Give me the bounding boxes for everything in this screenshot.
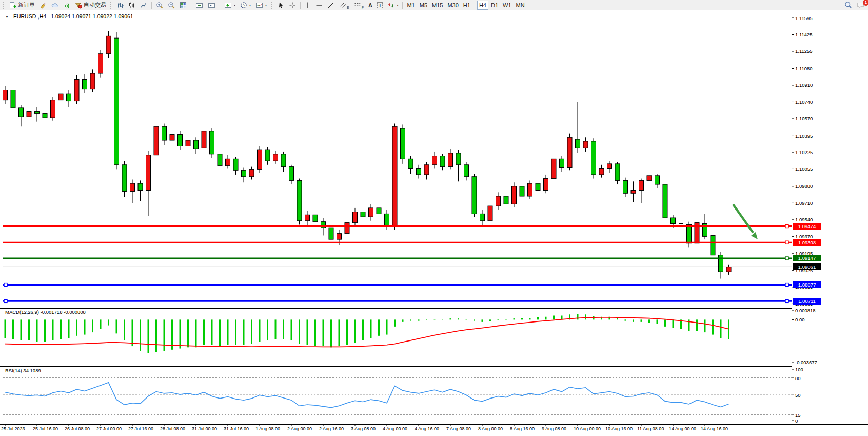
line-anchor[interactable] bbox=[785, 299, 788, 302]
templates-button[interactable]: ▾ bbox=[253, 1, 269, 10]
cursor-button[interactable] bbox=[275, 1, 286, 10]
chart-shift-icon bbox=[208, 2, 215, 9]
toolbar-separator bbox=[191, 2, 191, 9]
fibonacci-button[interactable]: F bbox=[352, 1, 366, 10]
toolbar-grip[interactable] bbox=[271, 2, 273, 9]
line-anchor[interactable] bbox=[785, 257, 788, 260]
text-button[interactable]: A bbox=[366, 1, 374, 10]
macd-signal-line bbox=[5, 317, 729, 347]
candle bbox=[74, 79, 79, 101]
candle bbox=[544, 179, 548, 191]
cloud-button[interactable] bbox=[49, 1, 61, 10]
toolbar-grip[interactable] bbox=[110, 2, 112, 9]
channel-sub-label: E bbox=[347, 6, 349, 9]
line-anchor[interactable] bbox=[785, 224, 788, 228]
candle bbox=[202, 131, 206, 148]
candle bbox=[98, 54, 103, 73]
trendline-button[interactable] bbox=[325, 1, 337, 10]
candle bbox=[281, 154, 286, 167]
periods-button[interactable]: ▾ bbox=[238, 1, 253, 10]
candle bbox=[194, 140, 199, 149]
timeframe-button-D1[interactable]: D1 bbox=[489, 1, 500, 10]
candle bbox=[496, 196, 501, 206]
signals-button[interactable] bbox=[61, 1, 72, 10]
candle bbox=[19, 108, 24, 117]
chart-window: ▼ EURUSD-,H4 1.09024 1.09071 1.09022 1.0… bbox=[0, 0, 868, 436]
arrows-button[interactable]: ▾ bbox=[385, 1, 400, 10]
chart-canvas[interactable] bbox=[0, 0, 868, 436]
timeframe-button-H4[interactable]: H4 bbox=[477, 1, 488, 10]
timeframe-button-M1[interactable]: M1 bbox=[405, 1, 417, 10]
timeframe-button-W1[interactable]: W1 bbox=[501, 1, 514, 10]
candle bbox=[480, 214, 485, 220]
toolbar-grip[interactable] bbox=[3, 2, 5, 9]
candlestick-chart-button[interactable] bbox=[126, 1, 137, 10]
candle bbox=[726, 267, 731, 272]
line-anchor[interactable] bbox=[785, 283, 788, 287]
timeframe-button-M15[interactable]: M15 bbox=[430, 1, 445, 10]
new-order-icon bbox=[9, 2, 16, 9]
new-order-button[interactable]: 新订单 bbox=[7, 1, 37, 10]
equidistant-channel-button[interactable]: E bbox=[337, 1, 351, 10]
chart-menu-icon[interactable]: ▼ bbox=[5, 15, 9, 18]
timeframe-button-MN[interactable]: MN bbox=[514, 1, 527, 10]
annotation-arrow[interactable] bbox=[733, 204, 758, 239]
zoom-in-button[interactable] bbox=[154, 1, 165, 10]
candle bbox=[226, 159, 230, 165]
clock-icon bbox=[240, 2, 247, 9]
chart-symbol-period: EURUSD-,H4 bbox=[13, 13, 46, 20]
candle bbox=[297, 180, 302, 220]
candle bbox=[583, 141, 588, 148]
crosshair-icon bbox=[289, 2, 296, 9]
candle bbox=[345, 223, 349, 234]
timeframe-button-H1[interactable]: H1 bbox=[461, 1, 472, 10]
candle bbox=[528, 183, 532, 196]
timeframe-button-M30[interactable]: M30 bbox=[445, 1, 460, 10]
chat-button[interactable]: 1 bbox=[855, 1, 866, 10]
line-chart-icon bbox=[140, 2, 147, 9]
new-order-label: 新订单 bbox=[18, 1, 35, 9]
toolbar-separator bbox=[402, 2, 403, 9]
line-anchor[interactable] bbox=[4, 299, 7, 302]
line-anchor[interactable] bbox=[785, 241, 788, 244]
chart-shift-button[interactable] bbox=[206, 1, 218, 10]
toolbar: 新订单 自动交易 ▾ ▾ bbox=[0, 0, 868, 10]
candle bbox=[560, 159, 564, 167]
template-icon bbox=[255, 2, 263, 9]
styler-button[interactable] bbox=[37, 1, 49, 10]
candle bbox=[170, 135, 174, 140]
auto-scroll-button[interactable] bbox=[193, 1, 205, 10]
crosshair-button[interactable] bbox=[287, 1, 298, 10]
candle bbox=[647, 176, 652, 181]
bar-chart-button[interactable] bbox=[114, 1, 126, 10]
timeframe-toolbar: M1M5M15M30H1H4D1W1MN bbox=[405, 1, 526, 10]
indicators-button[interactable]: ▾ bbox=[222, 1, 238, 10]
candle bbox=[11, 90, 15, 108]
candle bbox=[687, 224, 692, 243]
tile-windows-icon bbox=[180, 2, 187, 9]
candle bbox=[408, 159, 413, 168]
candle bbox=[392, 126, 397, 225]
zoom-out-button[interactable] bbox=[166, 1, 177, 10]
arrows-icon bbox=[387, 2, 394, 9]
timeframe-button-M5[interactable]: M5 bbox=[418, 1, 429, 10]
line-anchor[interactable] bbox=[4, 283, 7, 287]
candle bbox=[401, 128, 405, 159]
indicators-icon bbox=[224, 2, 232, 9]
tile-windows-button[interactable] bbox=[177, 1, 189, 10]
horizontal-line-button[interactable] bbox=[313, 1, 325, 10]
text-tool-icon: A bbox=[368, 2, 372, 8]
auto-trading-label: 自动交易 bbox=[84, 1, 106, 9]
candle bbox=[377, 208, 381, 214]
candles bbox=[3, 31, 732, 279]
vertical-line-button[interactable] bbox=[303, 1, 313, 10]
auto-trading-button[interactable]: 自动交易 bbox=[73, 1, 108, 10]
candle bbox=[130, 183, 135, 191]
text-label-button[interactable]: T bbox=[375, 1, 385, 10]
candle bbox=[353, 212, 358, 223]
line-chart-button[interactable] bbox=[138, 1, 149, 10]
search-button[interactable] bbox=[842, 1, 854, 10]
candle bbox=[258, 150, 262, 169]
label-tool-icon: T bbox=[377, 2, 383, 8]
candle bbox=[576, 139, 580, 148]
